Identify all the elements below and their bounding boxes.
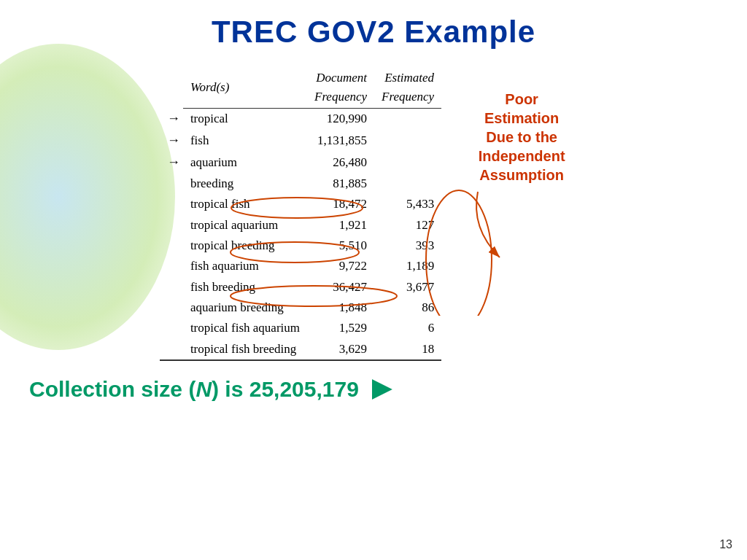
arrow-cell	[160, 339, 183, 360]
words-cell: tropical aquarium	[183, 215, 307, 236]
est-freq-cell	[374, 174, 441, 194]
table-row: tropical fish breeding3,62918	[160, 339, 441, 360]
doc-freq-cell: 81,885	[307, 174, 374, 194]
slide-title: TREC GOV2 Example	[29, 15, 718, 50]
table-row: tropical breeding5,510393	[160, 236, 441, 256]
est-freq-cell: 127	[374, 215, 441, 236]
doc-freq-cell: 120,990	[307, 108, 374, 130]
annotation-arrow	[463, 184, 580, 272]
doc-freq-cell: 18,472	[307, 194, 374, 214]
words-cell: fish aquarium	[183, 256, 307, 276]
arrow-cell: →	[160, 152, 183, 174]
est-freq-cell: 393	[374, 236, 441, 256]
arrow-cell	[160, 194, 183, 214]
arrow-cell	[160, 236, 183, 256]
doc-freq-cell: 36,427	[307, 277, 374, 298]
table-row: fish breeding36,4273,677	[160, 277, 441, 298]
table-row: →aquarium26,480	[160, 152, 441, 174]
words-cell: aquarium	[183, 152, 307, 174]
est-freq-cell	[374, 130, 441, 152]
data-table-wrapper: Word(s) DocumentFrequency EstimatedFrequ…	[160, 68, 441, 361]
doc-freq-cell: 9,722	[307, 256, 374, 276]
words-cell: fish	[183, 130, 307, 152]
est-freq-cell: 18	[374, 339, 441, 360]
words-cell: breeding	[183, 174, 307, 194]
table-row: aquarium breeding1,84886	[160, 298, 441, 318]
arrow-cell	[160, 215, 183, 236]
words-cell: tropical fish breeding	[183, 339, 307, 360]
table-row: tropical aquarium1,921127	[160, 215, 441, 236]
est-freq-cell	[374, 108, 441, 130]
annotation-text: PoorEstimationDue to theIndependentAssum…	[479, 90, 565, 184]
table-row: breeding81,885	[160, 174, 441, 194]
est-freq-cell: 3,677	[374, 277, 441, 298]
play-button[interactable]	[372, 379, 392, 400]
words-cell: aquarium breeding	[183, 298, 307, 318]
col-header-est-freq: EstimatedFrequency	[374, 68, 441, 108]
table-row: →tropical120,990	[160, 108, 441, 130]
doc-freq-cell: 1,921	[307, 215, 374, 236]
words-cell: tropical fish aquarium	[183, 318, 307, 338]
est-freq-cell: 1,189	[374, 256, 441, 276]
words-cell: tropical	[183, 108, 307, 130]
arrow-cell: →	[160, 108, 183, 130]
collection-label: Collection size (N) is 25,205,179	[29, 377, 359, 402]
frequency-table: Word(s) DocumentFrequency EstimatedFrequ…	[160, 68, 441, 361]
table-row: tropical fish18,4725,433	[160, 194, 441, 214]
doc-freq-cell: 26,480	[307, 152, 374, 174]
words-cell: tropical breeding	[183, 236, 307, 256]
doc-freq-cell: 1,848	[307, 298, 374, 318]
col-header-doc-freq: DocumentFrequency	[307, 68, 374, 108]
est-freq-cell: 86	[374, 298, 441, 318]
table-row: tropical fish aquarium1,5296	[160, 318, 441, 338]
arrow-col-header	[160, 68, 183, 108]
table-row: fish aquarium9,7221,189	[160, 256, 441, 276]
arrow-cell	[160, 256, 183, 276]
doc-freq-cell: 1,131,855	[307, 130, 374, 152]
words-cell: tropical fish	[183, 194, 307, 214]
annotation-area: PoorEstimationDue to theIndependentAssum…	[456, 90, 587, 272]
table-row: →fish1,131,855	[160, 130, 441, 152]
doc-freq-cell: 3,629	[307, 339, 374, 360]
arrow-cell	[160, 298, 183, 318]
arrow-cell: →	[160, 130, 183, 152]
est-freq-cell: 5,433	[374, 194, 441, 214]
collection-size-line: Collection size (N) is 25,205,179	[29, 377, 718, 402]
words-cell: fish breeding	[183, 277, 307, 298]
arrow-cell	[160, 277, 183, 298]
est-freq-cell	[374, 152, 441, 174]
doc-freq-cell: 5,510	[307, 236, 374, 256]
arrow-cell	[160, 174, 183, 194]
arrow-cell	[160, 318, 183, 338]
col-header-words: Word(s)	[183, 68, 307, 108]
est-freq-cell: 6	[374, 318, 441, 338]
doc-freq-cell: 1,529	[307, 318, 374, 338]
